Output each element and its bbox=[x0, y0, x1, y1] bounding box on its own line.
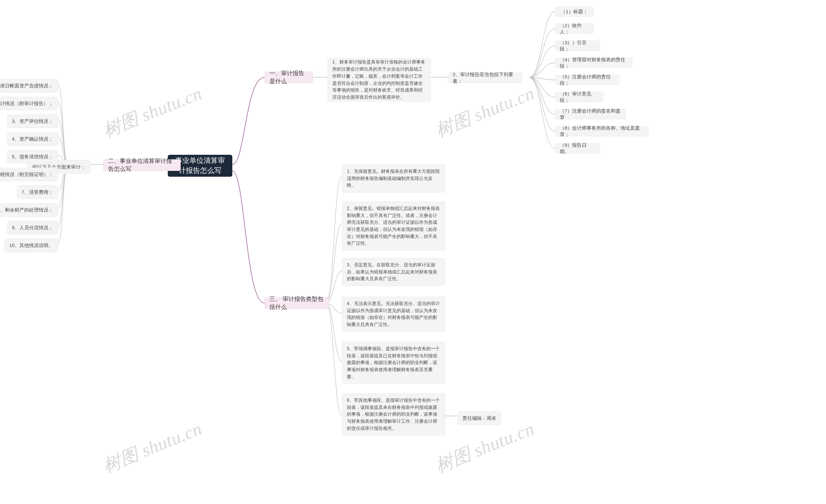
aspect-1: 1、清算基准日帐面资产负债情况； bbox=[0, 79, 58, 92]
type-4: 4、无法表示意见。无法获取充分、适当的审计证据以作为形成审计意见的基础，但认为未… bbox=[342, 297, 445, 332]
aspect-7: 7、清算费用； bbox=[17, 185, 58, 199]
aspect-8: 8、剩余财产的处理情况； bbox=[0, 203, 58, 217]
type-3: 3、否定意见。在获取充分、适当的审计证据后，如果认为错报单独或汇总起来对财务报表… bbox=[342, 258, 445, 286]
element-2: （2）收件人； bbox=[555, 23, 594, 34]
element-6: （6）审计意见段； bbox=[555, 92, 603, 102]
watermark: 树图 shutu.cn bbox=[432, 417, 538, 479]
type-6: 6、带其他事项段。是指审计报告中含有的一个段落，该段落提及未在财务报表中列报或披… bbox=[342, 393, 445, 435]
element-7: （7）注册会计师的签名和盖章 bbox=[555, 109, 626, 119]
aspect-6: 6、完税情况（附完税证明）； bbox=[0, 168, 58, 181]
aspect-9: 9、人员分流情况； bbox=[7, 221, 58, 235]
branch-1-desc: 1、财务审计报告是具有审计资格的会计师事务所的注册会计师出具的关于企业会计的基础… bbox=[328, 58, 431, 102]
type-2: 2、保留意见。错报单独或汇总起来对财务报表影响重大，但不具有广泛性。或者，注册会… bbox=[342, 201, 445, 251]
watermark: 树图 shutu.cn bbox=[432, 81, 538, 143]
element-5: （5）注册会计师的责任段； bbox=[555, 75, 620, 85]
branch-3[interactable]: 三、 审计报告类型包括什么 bbox=[264, 297, 329, 309]
watermark: 树图 shutu.cn bbox=[99, 81, 206, 143]
element-3: （3））引言段； bbox=[555, 41, 600, 51]
aspect-10: 10、其他情况说明。 bbox=[4, 239, 58, 252]
editor-credit: 责任编辑：周末 bbox=[458, 412, 501, 425]
element-9: （9）报告日期。 bbox=[555, 143, 600, 153]
type-1: 1、无保留意见。财务报表在所有重大方面按照适用的财务报告编制基础编制并实现公允反… bbox=[342, 165, 445, 192]
element-4: （4）管理层对财务报表的责任段； bbox=[555, 58, 632, 68]
branch-1-elements-label: 2、审计报告应当包括下列要素： bbox=[448, 73, 522, 83]
watermark: 树图 shutu.cn bbox=[99, 417, 206, 479]
branch-1[interactable]: 一、审计报告是什么 bbox=[264, 72, 313, 83]
aspect-4: 4、资产确认情况； bbox=[7, 132, 58, 146]
aspect-3: 3、资产评估情况； bbox=[7, 115, 58, 128]
element-1: （1）标题； bbox=[555, 6, 594, 17]
type-5: 5、带强调事项段。是指审计报告中含有的一个段落，该段落提及已在财务报表中恰当列报… bbox=[342, 342, 445, 384]
element-8: （8）会计师事务所的名称、地址及盖章； bbox=[555, 126, 649, 136]
aspect-5: 5、债务清偿情况； bbox=[7, 150, 58, 164]
branch-2[interactable]: 二、事业单位清算审计报告怎么写 bbox=[103, 159, 181, 171]
aspect-2: 2、清算审计情况（附审计报告）； bbox=[0, 97, 58, 110]
